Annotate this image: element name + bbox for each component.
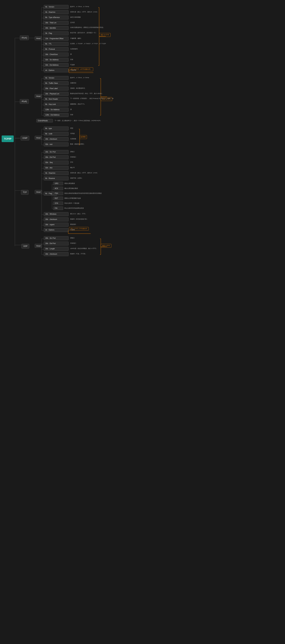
udp-dstport: 16b：Dst Port [44, 242, 68, 246]
tcp-ack: 32b：Ack [44, 166, 68, 170]
desc-ipv4-dst: 可选择 [70, 64, 75, 66]
ipv6-dst: 128b：Dst Address [44, 113, 68, 117]
ipv6-version: 4b：Version [44, 76, 68, 80]
desc-ipv4-checksum: 源 [70, 53, 72, 55]
root-node: TCP/IP [2, 136, 14, 142]
tcp-psh: PSH [53, 192, 63, 195]
desc-ipv4-fragoffset: 片偏移量（偏移） [70, 37, 82, 40]
tcp-windows: 16b：Windows [44, 212, 68, 216]
bracket-ipv4-top: 固定 20 字节 [99, 33, 110, 37]
head-udp: Head [35, 244, 42, 248]
desc-tcp-srcport: 源端口 [70, 151, 75, 153]
ipv4-options: xb：Options [44, 68, 68, 72]
desc-ipv4-tos: 如区分游戏视频 [70, 16, 81, 18]
ipv6-flowlabel: 20b：Flow Label [44, 86, 68, 90]
bracket-ipv4-bottom: 最大 40 字节（4字节倍数补齐） [69, 68, 93, 71]
ipv6-hoplimit: 8b：Hop Limit [44, 102, 68, 106]
desc-tcp-fin: 终止位请求关闭连接释放资源 [64, 207, 84, 209]
ipv4-totallen: 16b：Total Len [44, 21, 68, 25]
desc-tcp-windows: 窗口大小（默认：字节） [70, 213, 86, 215]
head-ipv4: Head [35, 36, 42, 40]
desc-udp-srcport: 源端口 [70, 237, 75, 239]
tcp-rst: RST [53, 196, 63, 200]
udp-srcport: 16b：Src Port [44, 236, 68, 240]
desc-tcp-urgent: 紧急指针 [70, 223, 76, 226]
icmp-rest: 32b：rest [44, 142, 68, 146]
tcp-syn: SYN [53, 202, 63, 205]
desc-tcp-ack: 确认号 [70, 166, 75, 169]
desc-ipv6-hoplimit: 跳数限制，类似于TTL [70, 103, 85, 105]
desc-tcp-headlen: 首部长度（默认）4字节，最长20（4×40） [70, 172, 98, 174]
bracket-udp: 固定 8 字节 [101, 244, 111, 248]
head-icmp: Head [35, 136, 42, 140]
tcp-dstport: 16b：Dst Port [44, 155, 68, 159]
main-container: TCP/IP IP(v4) Head 4b：Version 4b：Head le… [0, 0, 114, 6]
desc-ipv6-flowlabel: 流标签，标识数据单元 [70, 87, 85, 90]
desc-udp-dstport: 目标端口 [70, 242, 76, 244]
desc-ipv4-version: 版本号，4 个IPv4，6 个IPv6 [70, 6, 89, 8]
proto-udp: UDP [22, 244, 29, 248]
desc-icmp-rest: 数据（根据消息类型） [70, 143, 85, 145]
bracket-tcp: 最大 xx 字节 x 字节倍数补齐 [69, 227, 89, 230]
ipv4-src: 32b：Src Address [44, 58, 68, 62]
tcp-urg: URG [53, 182, 63, 185]
desc-ipv6-src: 源 [70, 108, 72, 110]
ipv4-version: 4b：Version [44, 5, 68, 9]
desc-tcp-checksum: 检验码（首先发送端计算） [70, 218, 88, 220]
desc-tcp-seq: 序号 [70, 161, 73, 164]
desc-ipv4-flag: 标志字段（是否允许片，是否最后一片） [70, 32, 97, 34]
desc-tcp-ackflag: 确认位置送确认数据 [64, 187, 78, 190]
tcp-urgent: 16b：urgent [44, 223, 68, 227]
ipv4-headlen: 4b：Head len [44, 10, 68, 14]
bracket-ipv6: 固定 40 字节 [101, 97, 112, 101]
ipv4-dst: 32b：Dst Address [44, 63, 68, 67]
desc-tcp-dstport: 目标端口 [70, 156, 76, 158]
desc-icmp-type: 类型 [70, 127, 73, 129]
tcp-reserve: 6b：Reserve [44, 176, 68, 180]
udp-checksum: 16b：checksum [44, 252, 68, 256]
desc-ipv6-dst: 目标 [70, 114, 73, 116]
tcp-options: xb：Options [44, 228, 68, 232]
ipv4-checksum: 16b：CheckSum [44, 52, 68, 56]
desc-tcp-syn: 同步位请求一个新连接 [64, 202, 79, 204]
ipv6-src: 128b：Src Address [44, 108, 68, 112]
icmp-code: 8b：code [44, 132, 68, 136]
ipv4-ttl: 8b：TTL [44, 42, 68, 46]
desc-tcp-psh: 推送位将收到的数据尽快送到应用层且接收缓存区的数据 [64, 192, 102, 194]
proto-icmp: ICMP [21, 136, 29, 140]
ipv4-identifier: 16b：Identifier [44, 26, 68, 30]
ipv4-protocal: 8b：Protocal [44, 47, 68, 51]
tcp-ack-flag: ACK [53, 187, 63, 190]
icmp-type: 8b：type [44, 126, 68, 130]
proto-tcp: TCP [21, 190, 28, 194]
desc-tcp-rst: 重置位立即重置断开连接 [64, 197, 81, 200]
ipv4-fragoffset: 13b：Fragmented Offset [44, 37, 68, 41]
tcp-checksum: 16b：checksum [44, 218, 68, 222]
desc-ipv4-totallen: 总长度 [70, 22, 75, 24]
ipv6-nextheader: 8b：Next Header [44, 97, 68, 101]
proto-ipv4: IP(v4) [20, 36, 29, 40]
proto-ipv6: IP(v6) [20, 99, 29, 104]
desc-tcp-urg: 紧急位紧急数据 [64, 182, 75, 184]
ipv6-extendheads: ExtendHeads [36, 119, 53, 122]
udp-length: 16b：Length [44, 247, 68, 251]
tcp-fin: FIN [53, 206, 63, 210]
desc-udp-checksum: 检验和（可选，不可靠） [70, 253, 86, 255]
desc-icmp-checksum: 头部校验 [70, 138, 76, 140]
desc-ipv4-ttl: 生存期，1 个ICMP，6 个IMCP，6 个TCP，17 个UDP [70, 42, 106, 45]
ipv4-tos: 8b：Type ofService [44, 16, 68, 20]
desc-icmp-code: 代码值 [70, 132, 75, 135]
tcp-headlen: 4b：Head len [44, 171, 68, 175]
ipv6-playloadlen: 16b：Playload Len [44, 92, 68, 96]
desc-ipv4-identifier: 以标识该数据单位（用限定义共具有相同标识符值） [70, 26, 104, 28]
tcp-srcport: 16b：Src Port [44, 150, 68, 154]
head-ipv6: Head [35, 94, 42, 98]
desc-udp-length: UDP长度（包含头和数据，最小 8 字节） [70, 248, 97, 250]
desc-ipv4-src: 目标 [70, 58, 73, 61]
desc-ipv4-protocal: 头部校验码 [70, 48, 78, 50]
desc-ipv6-playloadlen: 数据包后续字段长度（单位：字节，最大 65535） [70, 92, 103, 95]
desc-ipv6-trafficclass: 流量类别 [70, 82, 76, 84]
desc-ipv6-extendheads: 下一首部，定义数据单元一…最后一个IPv6上最后地址（HOPBYHOP） [54, 120, 102, 122]
icmp-checksum: 16b：checksum [44, 137, 68, 141]
desc-ipv4-headlen: 首部长度（默认）4字节，最长20（4×40） [70, 11, 98, 13]
